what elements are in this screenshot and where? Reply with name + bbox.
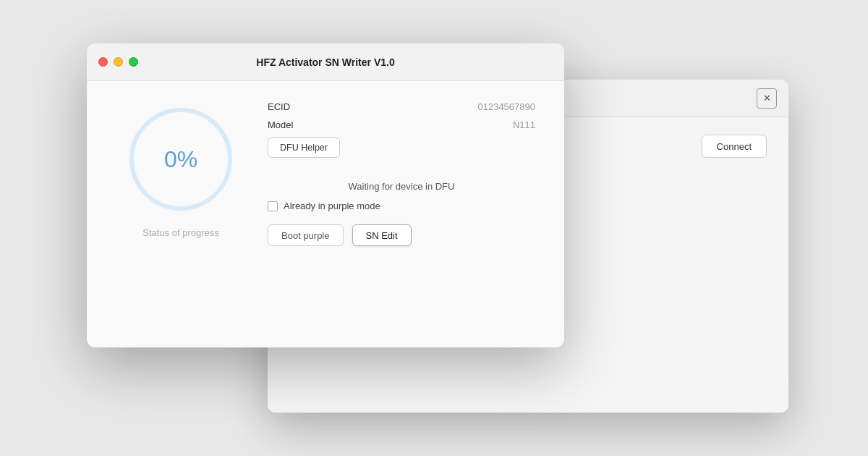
minimize-traffic-light[interactable] <box>114 57 123 67</box>
sn-edit-button[interactable]: SN Edit <box>352 224 412 246</box>
progress-percent: 0% <box>164 146 197 173</box>
dfu-helper-button[interactable]: DFU Helper <box>268 138 340 158</box>
purple-mode-row: Already in purple mode <box>268 200 535 211</box>
front-window-title: HFZ Activator SN Writer V1.0 <box>256 56 394 68</box>
info-panel: ECID 01234567890 Model N111 DFU Helper W… <box>268 101 535 246</box>
front-titlebar: HFZ Activator SN Writer V1.0 <box>87 43 564 81</box>
close-traffic-light[interactable] <box>98 57 108 67</box>
waiting-text: Waiting for device in DFU <box>268 181 535 192</box>
traffic-lights <box>98 57 138 67</box>
action-buttons: Boot purple SN Edit <box>268 224 535 246</box>
ecid-label: ECID <box>268 101 290 112</box>
ecid-row: ECID 01234567890 <box>268 101 535 112</box>
progress-circle: 0% <box>123 101 239 217</box>
model-label: Model <box>268 119 293 130</box>
boot-purple-button[interactable]: Boot purple <box>268 224 344 246</box>
ecid-value: 01234567890 <box>477 101 535 112</box>
front-window: HFZ Activator SN Writer V1.0 0% Status o… <box>87 43 564 347</box>
model-value: N111 <box>513 119 535 130</box>
purple-mode-label: Already in purple mode <box>284 200 380 211</box>
maximize-traffic-light[interactable] <box>129 57 138 67</box>
purple-mode-checkbox[interactable] <box>268 201 278 211</box>
connect-button[interactable]: Connect <box>702 135 767 158</box>
model-row: Model N111 <box>268 119 535 130</box>
front-content: 0% Status of progress ECID 01234567890 M… <box>87 81 564 263</box>
progress-area: 0% Status of progress <box>116 101 246 246</box>
status-text: Status of progress <box>142 227 219 238</box>
close-button-back[interactable]: ✕ <box>757 88 777 109</box>
